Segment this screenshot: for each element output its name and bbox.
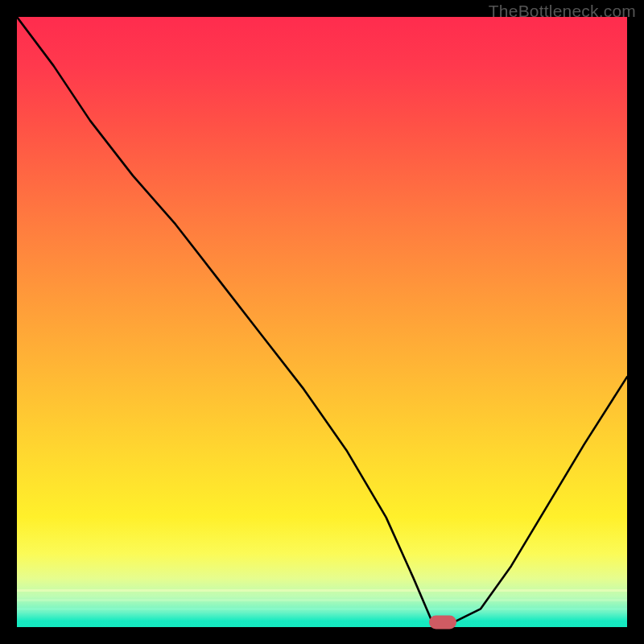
optimal-marker [429,615,456,629]
bottleneck-curve [17,17,627,627]
chart-frame: TheBottleneck.com [0,0,644,644]
plot-area [17,17,627,627]
